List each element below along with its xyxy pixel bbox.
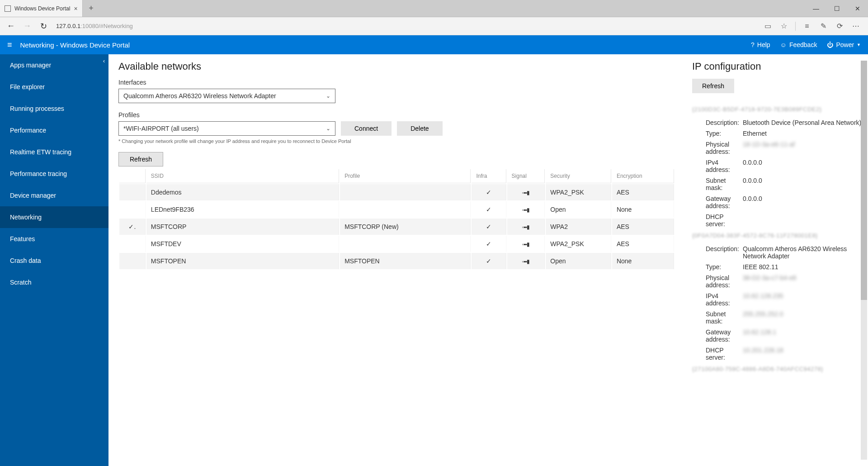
close-window-button[interactable]: ✕ [847,0,868,17]
sidebar-item-networking[interactable]: Networking [0,206,108,228]
value-physical: 18-1D-3a-e6-11-af [741,141,863,155]
delete-button[interactable]: Delete [397,121,442,136]
sidebar: ‹ Apps managerFile explorerRunning proce… [0,54,108,466]
signal-icon: ▫▪▪▮ [522,190,529,196]
value-ipv4: 0.0.0.0 [741,159,863,173]
col-signal[interactable]: Signal [507,169,545,183]
close-icon[interactable]: × [74,5,77,12]
col-infra[interactable]: Infra [472,169,506,183]
cell-profile: MSFTCORP (New) [340,219,471,235]
col-encryption[interactable]: Encryption [612,169,674,183]
browser-tab-strip: Windows Device Portal × + — ☐ ✕ [0,0,868,17]
sidebar-item-performance-tracing[interactable]: Performance tracing [0,163,108,185]
more-icon[interactable]: ⋯ [849,19,863,33]
back-button[interactable]: ← [3,19,19,33]
browser-tab[interactable]: Windows Device Portal × [0,0,83,17]
table-row[interactable]: Ddedemos✓▫▪▪▮WPA2_PSKAES [119,184,674,200]
profile-hint: * Changing your network profile will cha… [118,138,675,144]
address-bar[interactable]: 127.0.0.1:10080/#Networking [56,23,761,29]
value-dhcp [741,213,863,228]
label-mask: Subnet mask: [692,177,741,191]
col-profile[interactable]: Profile [340,169,471,183]
table-row[interactable]: LEDnet9FB236✓▫▪▪▮OpenNone [119,201,674,218]
refresh-button[interactable]: ↻ [35,19,52,33]
label-physical: Physical address: [692,141,741,155]
sidebar-item-file-explorer[interactable]: File explorer [0,76,108,98]
sidebar-item-device-manager[interactable]: Device manager [0,185,108,206]
value-dhcp: 10.201.228.18 [741,347,863,361]
refresh-networks-button[interactable]: Refresh [118,152,163,166]
new-tab-button[interactable]: + [83,0,100,17]
chevron-down-icon: ⌄ [326,93,330,99]
scrollbar[interactable] [861,61,867,460]
col-ssid[interactable]: SSID [146,169,339,183]
value-physical: 38-D2-3a-c7-b4-e8 [741,274,863,289]
hub-icon[interactable]: ≡ [800,19,814,33]
reading-view-icon[interactable]: ▭ [761,19,774,33]
notes-icon[interactable]: ✎ [816,19,830,33]
forward-button[interactable]: → [19,19,35,33]
cell-encryption: AES [612,236,674,252]
cell-signal: ▫▪▪▮ [507,253,545,269]
cell-signal: ▫▪▪▮ [507,236,545,252]
app-header: ≡ Networking - Windows Device Portal ?He… [0,35,868,54]
cell-encryption: None [612,253,674,269]
signal-icon: ▫▪▪▮ [522,207,529,213]
power-icon: ⏻ [827,41,833,48]
table-row[interactable]: MSFTOPENMSFTOPEN✓▫▪▪▮OpenNone [119,253,674,269]
profiles-select[interactable]: *WIFI-AIRPORT (all users) ⌄ [118,121,335,136]
sidebar-item-running-processes[interactable]: Running processes [0,98,108,119]
sidebar-item-realtime-etw-tracing[interactable]: Realtime ETW tracing [0,141,108,163]
cell-ssid: MSFTOPEN [146,253,339,269]
chevron-down-icon: ▼ [857,43,861,47]
adapter-block: {27100A80-759C-4886-A8D6-740AFCC94278} [692,366,863,372]
table-row[interactable]: MSFTDEV✓▫▪▪▮WPA2_PSKAES [119,236,674,252]
cell-security: WPA2 [546,219,611,235]
cell-ssid: Ddedemos [146,184,339,200]
networks-table-scroll[interactable]: SSID Profile Infra Signal Security Encry… [118,168,675,270]
cell-security: Open [546,201,611,218]
connect-button[interactable]: Connect [341,121,392,136]
check-icon: ✓. [128,223,136,230]
table-row[interactable]: ✓.MSFTCORPMSFTCORP (New)✓▫▪▪▮WPA2AES [119,219,674,235]
feedback-link[interactable]: ☺Feedback [780,41,817,48]
interfaces-select[interactable]: Qualcomm Atheros AR6320 Wireless Network… [118,89,335,103]
cell-profile: MSFTOPEN [340,253,471,269]
label-ipv4: IPv4 address: [692,159,741,173]
value-gateway: 10.62.128.1 [741,328,863,343]
refresh-ipconfig-button[interactable]: Refresh [692,79,734,93]
ip-config-title: IP configuration [692,61,863,72]
cell-infra: ✓ [472,219,506,235]
label-description: Description: [692,119,741,126]
help-link[interactable]: ?Help [751,41,770,48]
favorite-icon[interactable]: ☆ [777,19,791,33]
cell-profile [340,201,471,218]
value-type: IEEE 802.11 [741,263,863,271]
adapter-guid: {2100D3C-B5DF-4718-9720-7E3B089FCDE2} [692,106,863,113]
hamburger-icon[interactable]: ≡ [7,40,12,50]
cell-infra: ✓ [472,253,506,269]
share-icon[interactable]: ⟳ [833,19,846,33]
cell-signal: ▫▪▪▮ [507,184,545,200]
cell-ssid: MSFTDEV [146,236,339,252]
value-ipv4: 10.62.128.235 [741,292,863,307]
minimize-button[interactable]: — [806,0,826,17]
profiles-label: Profiles [118,111,675,119]
sidebar-item-performance[interactable]: Performance [0,119,108,141]
label-dhcp: DHCP server: [692,347,741,361]
power-menu[interactable]: ⏻Power▼ [827,41,861,48]
signal-icon: ▫▪▪▮ [522,258,529,265]
sidebar-item-crash-data[interactable]: Crash data [0,250,108,271]
cell-security: WPA2_PSK [546,236,611,252]
maximize-button[interactable]: ☐ [826,0,847,17]
value-mask: 0.0.0.0 [741,177,863,191]
label-gateway: Gateway address: [692,195,741,209]
collapse-sidebar-icon[interactable]: ‹ [103,58,105,64]
browser-toolbar: ← → ↻ 127.0.0.1:10080/#Networking ▭ ☆ ≡ … [0,17,868,35]
sidebar-item-scratch[interactable]: Scratch [0,271,108,293]
col-security[interactable]: Security [546,169,611,183]
cell-infra: ✓ [472,236,506,252]
sidebar-item-apps-manager[interactable]: Apps manager [0,54,108,76]
sidebar-item-features[interactable]: Features [0,228,108,250]
page-icon [5,5,11,12]
